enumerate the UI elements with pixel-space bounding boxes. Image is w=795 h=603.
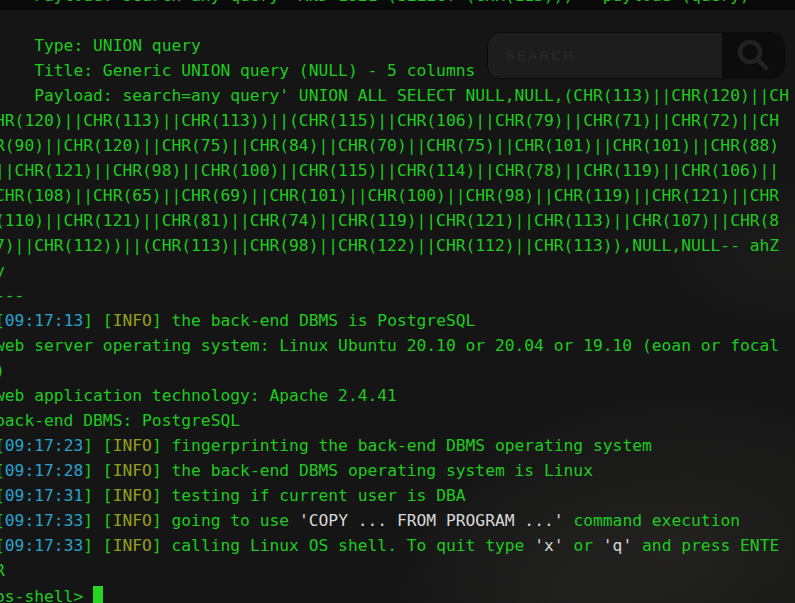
terminal-line: R xyxy=(0,558,795,583)
terminal-text-segment: os-shell> xyxy=(0,587,93,603)
terminal-text-segment: CHR(108)||CHR(65)||CHR(69)||CHR(101)||CH… xyxy=(0,186,779,205)
terminal-text-segment: ||CHR(121)||CHR(98)||CHR(100)||CHR(115)|… xyxy=(0,161,779,180)
search-bar xyxy=(487,32,785,79)
terminal-text-segment: 09:17:28 xyxy=(5,461,83,480)
terminal-line: [09:17:23] [INFO] fingerprinting the bac… xyxy=(0,433,795,458)
terminal-text-segment: ] fingerprinting the back-end DBMS opera… xyxy=(152,436,652,455)
terminal-output: Payload: search=any query' AND 1821=(SEL… xyxy=(0,0,795,603)
terminal-text-segment: INFO xyxy=(113,511,152,530)
terminal-text-segment: INFO xyxy=(113,461,152,480)
terminal-text-segment: INFO xyxy=(113,536,152,555)
terminal-text-segment: ] calling Linux OS shell. To quit type xyxy=(152,536,534,555)
terminal-text-segment: --- xyxy=(0,286,24,305)
terminal-line: ||CHR(121)||CHR(98)||CHR(100)||CHR(115)|… xyxy=(0,158,795,183)
terminal-line: HR(120)||CHR(113)||CHR(113))||(CHR(115)|… xyxy=(0,108,795,133)
terminal-line: [09:17:31] [INFO] testing if current use… xyxy=(0,483,795,508)
terminal-text-segment: R(90)||CHR(120)||CHR(75)||CHR(84)||CHR(7… xyxy=(0,136,779,155)
terminal-text-segment: back-end DBMS: PostgreSQL xyxy=(0,411,240,430)
terminal-line: [09:17:13] [INFO] the back-end DBMS is P… xyxy=(0,308,795,333)
terminal-text-segment: INFO xyxy=(113,311,152,330)
terminal-line: --- xyxy=(0,283,795,308)
terminal-text-segment: web application technology: Apache 2.4.4… xyxy=(0,386,397,405)
terminal-text-segment: R xyxy=(0,561,5,580)
terminal-line: web application technology: Apache 2.4.4… xyxy=(0,383,795,408)
terminal-text-segment: web server operating system: Linux Ubunt… xyxy=(0,336,779,355)
terminal-text-segment: (110)||CHR(121)||CHR(81)||CHR(74)||CHR(1… xyxy=(0,211,779,230)
terminal-text-segment: INFO xyxy=(113,486,152,505)
terminal-text-segment: INFO xyxy=(113,436,152,455)
terminal-line: Payload: search=any query' UNION ALL SEL… xyxy=(0,83,795,108)
terminal-text-segment: y xyxy=(0,261,5,280)
terminal-line: os-shell> xyxy=(0,583,795,603)
terminal-text-segment: ] the back-end DBMS is PostgreSQL xyxy=(152,311,475,330)
terminal-line: web server operating system: Linux Ubunt… xyxy=(0,333,795,358)
terminal-text-segment: ] [ xyxy=(83,436,112,455)
terminal-text-segment: ] going to use xyxy=(152,511,299,530)
terminal-text-segment: ] testing if current user is DBA xyxy=(152,486,466,505)
terminal-text-segment: Title: Generic UNION query (NULL) - 5 co… xyxy=(0,61,475,80)
terminal-line: ) xyxy=(0,358,795,383)
terminal-text-segment: ) xyxy=(0,361,5,380)
terminal-text-segment: 7)||CHR(112))||(CHR(113)||CHR(98)||CHR(1… xyxy=(0,236,779,255)
terminal-text-segment: 'q' xyxy=(603,536,632,555)
terminal-text-segment: 09:17:33 xyxy=(5,536,83,555)
terminal-text-segment: ] [ xyxy=(83,311,112,330)
terminal-line: y xyxy=(0,258,795,283)
terminal-line: R(90)||CHR(120)||CHR(75)||CHR(84)||CHR(7… xyxy=(0,133,795,158)
terminal-text-segment: ] [ xyxy=(83,536,112,555)
terminal-line: Payload: search=any query' AND 1821=(SEL… xyxy=(0,0,795,8)
terminal-line xyxy=(0,8,795,33)
terminal-text-segment: 09:17:23 xyxy=(5,436,83,455)
terminal-line: [09:17:28] [INFO] the back-end DBMS oper… xyxy=(0,458,795,483)
terminal-text-segment: and press ENTE xyxy=(632,536,779,555)
terminal-text-segment: 'x' xyxy=(534,536,563,555)
terminal-text-segment: command execution xyxy=(564,511,740,530)
terminal-text-segment: ] the back-end DBMS operating system is … xyxy=(152,461,593,480)
search-button[interactable] xyxy=(722,33,784,78)
terminal-line: 7)||CHR(112))||(CHR(113)||CHR(98)||CHR(1… xyxy=(0,233,795,258)
terminal-text-segment: ] [ xyxy=(83,461,112,480)
terminal-text-segment: or xyxy=(564,536,603,555)
terminal-text-segment: 09:17:31 xyxy=(5,486,83,505)
terminal-line: [09:17:33] [INFO] calling Linux OS shell… xyxy=(0,533,795,558)
terminal-text-segment: ] [ xyxy=(83,486,112,505)
terminal-line: CHR(108)||CHR(65)||CHR(69)||CHR(101)||CH… xyxy=(0,183,795,208)
terminal-text-segment: Payload: search=any query' AND 1821=(SEL… xyxy=(0,0,750,5)
search-input[interactable] xyxy=(488,33,722,78)
search-icon xyxy=(733,36,773,76)
terminal-cursor xyxy=(93,586,103,603)
terminal-text-segment: Payload: search=any query' UNION ALL SEL… xyxy=(0,86,789,105)
terminal-text-segment: ] [ xyxy=(83,511,112,530)
terminal-text-segment: 09:17:33 xyxy=(5,511,83,530)
terminal-text-segment: 09:17:13 xyxy=(5,311,83,330)
terminal-line: [09:17:33] [INFO] going to use 'COPY ...… xyxy=(0,508,795,533)
terminal-text-segment: Type: UNION query xyxy=(0,36,201,55)
terminal-text-segment: HR(120)||CHR(113)||CHR(113))||(CHR(115)|… xyxy=(0,111,779,130)
terminal-line: back-end DBMS: PostgreSQL xyxy=(0,408,795,433)
terminal-text-segment: 'COPY ... FROM PROGRAM ...' xyxy=(299,511,564,530)
terminal-line: (110)||CHR(121)||CHR(81)||CHR(74)||CHR(1… xyxy=(0,208,795,233)
